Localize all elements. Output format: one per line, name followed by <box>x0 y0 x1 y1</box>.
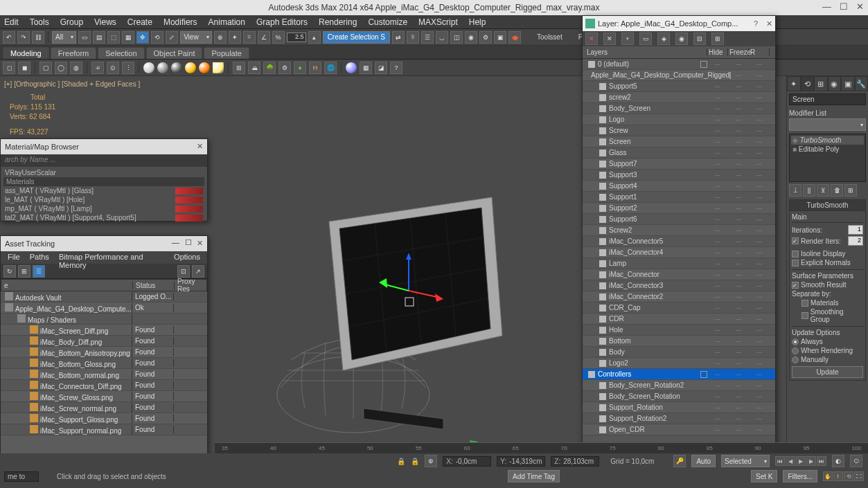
manually-radio[interactable] <box>792 356 799 363</box>
layer-row[interactable]: Open_CDR——— <box>583 424 775 435</box>
key-filters-button[interactable]: Filters... <box>783 470 817 482</box>
layer-row[interactable]: Body_Screen_Rotation——— <box>583 391 775 402</box>
delete-layer-icon[interactable]: ✕ <box>585 33 598 45</box>
menu-group[interactable]: Group <box>60 17 83 27</box>
menu-tools[interactable]: Tools <box>30 17 49 27</box>
menu-rendering[interactable]: Rendering <box>319 17 357 27</box>
isolate-icon[interactable]: ◐ <box>832 455 844 467</box>
asset-row[interactable]: iMac_Screw_Gloss.pngFound <box>1 391 207 402</box>
percent-snap-icon[interactable]: % <box>272 31 285 44</box>
tab-selection[interactable]: Selection <box>98 47 144 59</box>
snap-icon[interactable]: ⌗ <box>243 31 256 44</box>
walk-icon[interactable]: 🚶 <box>833 471 843 481</box>
col-status[interactable]: Status <box>133 282 175 289</box>
smooth-result-checkbox[interactable] <box>792 282 799 289</box>
mod-turbosmooth[interactable]: ◈ TurboSmooth <box>791 136 864 145</box>
layer-row[interactable]: iMac_Connector5——— <box>583 236 775 247</box>
render-icon[interactable]: 🫖 <box>508 31 521 44</box>
layer-row[interactable]: Logo2——— <box>583 358 775 369</box>
tab-modeling[interactable]: Modeling <box>3 47 49 59</box>
play-icon[interactable]: ▶ <box>796 456 806 466</box>
col-freeze[interactable]: Freeze <box>728 48 749 56</box>
configure-icon[interactable]: ⊞ <box>844 184 857 197</box>
coord-toggle-icon[interactable]: ⊕ <box>425 455 437 467</box>
layer-panel-title[interactable]: Layer: Apple_iMac_G4_Desktop_Comp... ? ✕ <box>583 16 775 31</box>
z-coord[interactable]: Z:28,103cm <box>551 456 599 467</box>
layer-row[interactable]: Screw——— <box>583 125 775 136</box>
tree-view-icon[interactable]: ⊞ <box>18 265 30 278</box>
modify-tab-icon[interactable]: ⟲ <box>801 76 815 91</box>
menu-customize[interactable]: Customize <box>368 17 407 27</box>
mat-item[interactable]: tal2_MAT ( VRayMtl ) [Support4, Support5… <box>3 213 204 222</box>
asset-menu-paths[interactable]: Paths <box>30 253 49 262</box>
minimize-icon[interactable]: — <box>822 1 831 12</box>
spinner-snap[interactable]: 2.5 <box>287 33 306 42</box>
maximize-icon[interactable]: ☐ <box>185 238 192 247</box>
sphere-icon[interactable]: ◯ <box>55 62 67 74</box>
orb-blue-icon[interactable] <box>346 62 357 73</box>
y-coord[interactable]: Y:-14,319cm <box>497 456 545 467</box>
asset-menu-options[interactable]: Options <box>174 253 200 262</box>
render-setup-icon[interactable]: ⚙ <box>479 31 492 44</box>
layer-row[interactable]: Apple_iMac_G4_Desktop_Computer_Rigged——— <box>583 70 775 81</box>
isoline-checkbox[interactable] <box>792 251 799 257</box>
layers-icon[interactable]: ☰ <box>421 31 434 44</box>
mirror-icon[interactable]: ⇄ <box>392 31 405 44</box>
layer-row[interactable]: Bottom——— <box>583 336 775 347</box>
help-icon[interactable]: ? <box>754 19 758 28</box>
lock-icon[interactable]: 🔒 <box>397 458 405 465</box>
layer-row[interactable]: Support2——— <box>583 203 775 214</box>
col-proxy[interactable]: Proxy Res <box>175 278 206 293</box>
layer-row[interactable]: iMac_Connector——— <box>583 269 775 280</box>
layer-row[interactable]: Body_Screen_Rotation2——— <box>583 380 775 391</box>
maximize-icon[interactable]: ☐ <box>840 1 848 12</box>
time-config-icon[interactable]: ⏲ <box>850 455 862 467</box>
new-layer-icon[interactable]: ✕ <box>603 33 616 45</box>
create-selection-set[interactable]: Create Selection S <box>323 31 390 44</box>
layer-row[interactable]: CDR_Cap——— <box>583 302 775 314</box>
viewport-label[interactable]: [+] [Orthographic ] [Shaded + Edged Face… <box>4 80 140 88</box>
orb-yellow-icon[interactable] <box>185 62 196 73</box>
mat-item[interactable]: mp_MAT ( VRayMtl ) [Lamp] <box>3 204 204 213</box>
menu-animation[interactable]: Animation <box>209 17 245 27</box>
tab-populate[interactable]: Populate <box>204 47 249 59</box>
asset-body[interactable]: Autodesk VaultLogged O...Apple_iMac_G4_D… <box>1 291 207 458</box>
layer-tool-icon[interactable]: ⊟ <box>693 33 706 45</box>
checker-icon[interactable]: ▦ <box>360 62 372 74</box>
utilities-tab-icon[interactable]: 🔧 <box>855 76 869 91</box>
layer-row[interactable]: 0 (default)——— <box>583 59 775 70</box>
layer-row[interactable]: Screw2——— <box>583 225 775 236</box>
misc-icon[interactable]: ◪ <box>375 62 387 74</box>
asset-menu-file[interactable]: File <box>8 253 20 262</box>
smoothing-groups-checkbox[interactable] <box>801 312 808 319</box>
material-search-input[interactable]: arch by Name ... <box>1 154 207 167</box>
asset-tool-icon[interactable]: ⊡ <box>177 265 190 278</box>
grid-icon[interactable]: ⊞ <box>233 62 245 74</box>
goto-end-icon[interactable]: ⏭ <box>817 456 826 466</box>
globe-icon[interactable]: 🌐 <box>324 62 337 74</box>
pan-icon[interactable]: ✋ <box>823 471 833 481</box>
layer-row[interactable]: CDR——— <box>583 314 775 325</box>
layer-row[interactable]: Support6——— <box>583 214 775 225</box>
mat-item[interactable]: le_MAT ( VRayMtl ) [Hole] <box>3 195 204 204</box>
menu-graph-editors[interactable]: Graph Editors <box>256 17 308 27</box>
redo-icon[interactable]: ↷ <box>17 31 30 44</box>
goto-start-icon[interactable]: ⏮ <box>775 456 785 466</box>
layer-row[interactable]: Support3——— <box>583 170 775 181</box>
cyl-icon[interactable]: ◍ <box>70 62 82 74</box>
align-icon[interactable]: ⫴ <box>407 31 419 44</box>
asset-row[interactable]: iMac_Body_Diff.pngFound <box>1 336 207 347</box>
asset-tool2-icon[interactable]: ↗ <box>192 265 204 278</box>
rect-select-icon[interactable]: ⬚ <box>107 31 120 44</box>
angle-snap-icon[interactable]: ∠ <box>258 31 270 44</box>
layer-row[interactable]: Hole——— <box>583 325 775 336</box>
layer-row[interactable]: Body——— <box>583 347 775 358</box>
green-icon[interactable]: ♦ <box>294 62 306 74</box>
layer-row[interactable]: Support4——— <box>583 181 775 192</box>
col-r[interactable]: R <box>749 48 770 56</box>
mod-editable-poly[interactable]: ■ Editable Poly <box>791 145 864 154</box>
box-icon[interactable]: ▢ <box>39 62 52 74</box>
highlight-icon[interactable]: ◈ <box>657 33 670 45</box>
scale-icon[interactable]: ⤢ <box>166 31 178 44</box>
render-frame-icon[interactable]: ▣ <box>494 31 506 44</box>
